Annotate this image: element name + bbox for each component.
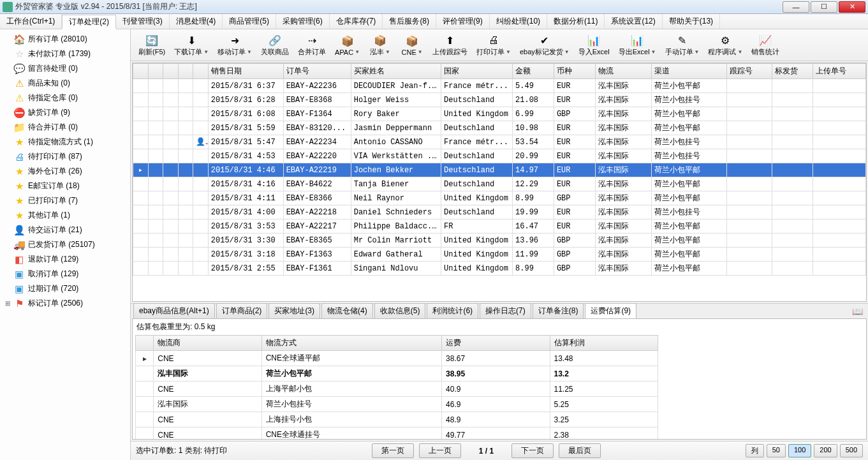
detail-tab[interactable]: ebay商品信息(Alt+1) [133, 303, 215, 318]
menu-tab[interactable]: 数据分析(11) [547, 14, 605, 29]
sidebar-item[interactable]: ▣取消订单 (129) [1, 267, 129, 281]
detail-tab[interactable]: 收款信息(5) [374, 303, 426, 318]
table-row[interactable]: 2015/8/31 5:59EBAY-83120...Jasmin Depper… [133, 121, 866, 135]
table-row[interactable]: 2015/8/31 4:53EBAY-A22220VIA Werkstätten… [133, 149, 866, 163]
detail-tab[interactable]: 利润统计(6) [427, 303, 478, 318]
detail-row[interactable]: CNE上海平邮小包40.911.25 [136, 382, 658, 397]
sidebar-item[interactable]: ★已打印订单 (7) [1, 193, 129, 208]
table-row[interactable]: 2015/8/31 6:08EBAY-F1364Rory BakerUnited… [133, 107, 866, 121]
page-size-button[interactable]: 200 [814, 444, 837, 457]
menu-tab[interactable]: 纠纷处理(10) [490, 14, 547, 29]
sidebar-item[interactable]: ◧退款订单 (129) [1, 252, 129, 267]
page-size-button[interactable]: 500 [840, 444, 863, 457]
column-header[interactable]: 订单号 [283, 64, 351, 79]
toolbar-button[interactable]: 📊导入Excel [575, 32, 614, 58]
menu-tab[interactable]: 售后服务(8) [383, 14, 436, 29]
detail-column-header[interactable]: 估算利润 [550, 336, 658, 351]
detail-tab[interactable]: 订单备注(8) [533, 303, 584, 318]
sidebar-item[interactable]: ★海外仓订单 (26) [1, 164, 129, 179]
column-header[interactable]: 物流 [595, 64, 651, 79]
detail-row[interactable]: CNECNE全球通挂号49.772.38 [136, 427, 658, 440]
menu-tab[interactable]: 系统设置(12) [605, 14, 662, 29]
sidebar-item[interactable]: ☆未付款订单 (1739) [1, 47, 129, 61]
page-size-button[interactable]: 50 [767, 444, 786, 457]
table-row[interactable]: ▸2015/8/31 4:46EBAY-A22219Jochen BekkerD… [133, 163, 866, 177]
toolbar-button[interactable]: 📊导出Excel▼ [615, 32, 660, 58]
detail-tab[interactable]: 操作日志(7) [480, 303, 531, 318]
sidebar-item[interactable]: 👤待交运订单 (21) [1, 223, 129, 237]
detail-row[interactable]: ▸CNECNE全球通平邮38.6713.48 [136, 351, 658, 366]
sidebar-item[interactable]: 📁待合并订单 (0) [1, 120, 129, 135]
column-header[interactable]: 销售日期 [208, 64, 283, 79]
minimize-button[interactable]: — [783, 1, 809, 13]
table-row[interactable]: 2015/8/31 4:16EBAY-B4622Tanja BienerDeut… [133, 177, 866, 191]
toolbar-button[interactable]: 📦APAC▼ [331, 33, 364, 57]
column-header[interactable] [148, 64, 163, 79]
toolbar-button[interactable]: 📦CNE▼ [397, 33, 427, 57]
toolbar-button[interactable]: ⬆上传跟踪号 [429, 32, 471, 58]
menu-tab[interactable]: 商品管理(5) [223, 14, 276, 29]
table-row[interactable]: 2015/8/31 3:53EBAY-A22217Philippe Baldac… [133, 219, 866, 234]
order-grid[interactable]: 销售日期订单号买家姓名国家金额币种物流渠道跟踪号标发货上传单号2015/8/31… [132, 63, 867, 302]
toolbar-button[interactable]: 🔗关联商品 [257, 32, 293, 58]
table-row[interactable]: 2015/8/31 3:18EBAY-F1363Edward GatheralU… [133, 248, 866, 262]
sidebar-item[interactable]: ⛔缺货订单 (9) [1, 105, 129, 120]
sidebar-item[interactable]: ★E邮宝订单 (18) [1, 179, 129, 193]
sidebar-item[interactable]: ▣过期订单 (720) [1, 281, 129, 296]
table-row[interactable]: 2015/8/31 4:00EBAY-A22218Daniel Schniede… [133, 205, 866, 219]
close-button[interactable]: ✕ [839, 1, 865, 13]
sidebar-item[interactable]: 💬留言待处理 (0) [1, 61, 129, 76]
detail-tab[interactable]: 运费估算(9) [585, 303, 636, 318]
column-header[interactable]: 买家姓名 [351, 64, 441, 79]
toolbar-button[interactable]: ✎手动订单▼ [661, 32, 703, 58]
sidebar-item[interactable]: 🖨待打印订单 (87) [1, 149, 129, 164]
menu-tab[interactable]: 采购管理(6) [276, 14, 330, 29]
sidebar-item[interactable]: ⚠商品未知 (0) [1, 76, 129, 91]
sidebar-item[interactable]: ★其他订单 (1) [1, 208, 129, 223]
column-header[interactable]: 金额 [513, 64, 554, 79]
menu-tab[interactable]: 订单处理(2) [62, 15, 116, 29]
table-row[interactable]: 2015/8/31 3:30EBAY-E8365Mr Colin Marriot… [133, 234, 866, 248]
book-icon[interactable]: 📖 [852, 306, 863, 316]
column-header[interactable] [133, 64, 149, 79]
detail-column-header[interactable]: 物流商 [154, 336, 261, 351]
menu-tab[interactable]: 消息处理(4) [170, 14, 223, 29]
table-row[interactable]: 2015/8/31 6:28EBAY-E8368Holger WeissDeut… [133, 93, 866, 107]
toolbar-button[interactable]: 📈销售统计 [747, 32, 783, 58]
sidebar-item[interactable]: ⊞⚑标记订单 (2506) [1, 296, 129, 311]
menu-tab[interactable]: 刊登管理(3) [116, 14, 170, 29]
toolbar-button[interactable]: ⚙程序调试▼ [704, 32, 746, 58]
detail-column-header[interactable]: 运费 [442, 336, 550, 351]
detail-column-header[interactable]: 物流方式 [261, 336, 441, 351]
toolbar-button[interactable]: ➜移动订单▼ [214, 32, 256, 58]
table-row[interactable]: 2015/8/31 6:37EBAY-A22236DECOUDIER Jean-… [133, 79, 866, 93]
toolbar-button[interactable]: 📦泓丰▼ [365, 32, 395, 58]
detail-tab[interactable]: 买家地址(3) [268, 303, 320, 318]
column-header[interactable]: 渠道 [652, 64, 727, 79]
menu-tab[interactable]: 工作台(Ctrl+1) [0, 14, 62, 29]
next-page-button[interactable]: 下一页 [511, 443, 554, 458]
last-page-button[interactable]: 最后页 [559, 443, 601, 458]
sidebar-item[interactable]: ★待指定物流方式 (1) [1, 135, 129, 149]
detail-row[interactable]: 泓丰国际荷兰小包挂号46.95.25 [136, 397, 658, 412]
menu-tab[interactable]: 帮助关于(13) [663, 14, 720, 29]
sidebar-item[interactable]: 🚚已发货订单 (25107) [1, 237, 129, 252]
table-row[interactable]: 2015/8/31 4:11EBAY-E8366Neil RaynorUnite… [133, 191, 866, 205]
maximize-button[interactable]: ☐ [811, 1, 837, 13]
column-header[interactable] [178, 64, 193, 79]
table-row[interactable]: 2015/8/31 2:55EBAY-F1361Singani NdlovuUn… [133, 262, 866, 276]
detail-tab[interactable]: 物流仓储(4) [321, 303, 373, 318]
column-header[interactable]: 上传单号 [813, 64, 866, 79]
sidebar-item[interactable]: 🏠所有订单 (28010) [1, 32, 129, 47]
toolbar-button[interactable]: 🖨打印订单▼ [473, 32, 515, 58]
page-size-button[interactable]: 列 [746, 444, 764, 457]
first-page-button[interactable]: 第一页 [372, 443, 414, 458]
detail-tab[interactable]: 订单商品(2) [216, 303, 268, 318]
detail-row[interactable]: CNE上海挂号小包48.93.25 [136, 412, 658, 427]
column-header[interactable]: 币种 [554, 64, 595, 79]
toolbar-button[interactable]: ⇢合并订单 [294, 32, 330, 58]
column-header[interactable] [163, 64, 179, 79]
toolbar-button[interactable]: ✔ebay标记发货▼ [516, 32, 573, 58]
column-header[interactable]: 标发货 [772, 64, 813, 79]
detail-row[interactable]: 泓丰国际荷兰小包平邮38.9513.2 [136, 366, 658, 382]
